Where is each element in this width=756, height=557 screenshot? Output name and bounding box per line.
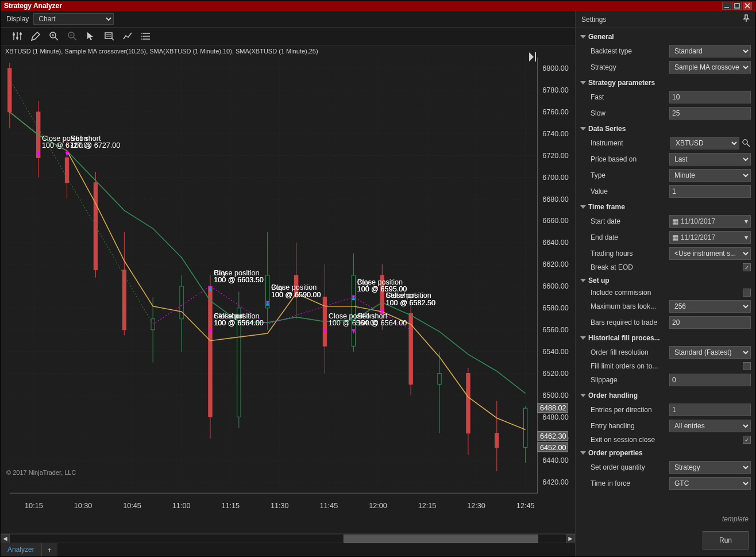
properties-icon[interactable] — [141, 31, 151, 41]
chevron-down-icon — [580, 394, 586, 397]
data-box-icon[interactable] — [104, 31, 114, 41]
search-icon[interactable] — [742, 139, 751, 148]
svg-line-15 — [74, 37, 76, 40]
fill-limit-checkbox[interactable] — [743, 362, 751, 370]
end-date-input[interactable]: ▦11/12/2017▾ — [669, 231, 751, 244]
tab-add-button[interactable]: + — [42, 543, 57, 556]
start-date-label: Start date — [591, 217, 669, 225]
section-strategy-params[interactable]: Strategy parameters — [580, 76, 751, 89]
svg-text:11:15: 11:15 — [221, 502, 240, 510]
svg-text:6580.00: 6580.00 — [542, 304, 569, 312]
cursor-icon[interactable] — [86, 31, 96, 41]
svg-text:6680.00: 6680.00 — [542, 195, 569, 203]
type-select[interactable]: Minute — [669, 169, 751, 182]
svg-text:100 @ 6590.00: 100 @ 6590.00 — [271, 291, 321, 299]
display-label: Display — [6, 15, 29, 23]
chevron-down-icon — [580, 127, 586, 130]
svg-rect-1 — [735, 3, 739, 8]
svg-text:6488.02: 6488.02 — [540, 404, 566, 412]
section-historical[interactable]: Historical fill proces... — [580, 332, 751, 344]
chart-trader-icon[interactable] — [122, 31, 133, 41]
template-link[interactable]: template — [576, 512, 755, 527]
entries-input[interactable] — [669, 404, 751, 416]
exit-session-checkbox[interactable] — [743, 436, 751, 444]
svg-text:6520.00: 6520.00 — [542, 370, 569, 378]
svg-text:6500.00: 6500.00 — [542, 391, 569, 399]
horizontal-scrollbar[interactable]: ◄ ► — [1, 533, 575, 543]
barsreq-input[interactable] — [669, 316, 751, 329]
end-date-label: End date — [591, 233, 669, 241]
break-eod-checkbox[interactable] — [743, 263, 751, 271]
value-input[interactable] — [669, 185, 751, 198]
svg-text:10:45: 10:45 — [123, 502, 141, 510]
tif-label: Time in force — [591, 479, 669, 487]
svg-rect-125 — [495, 433, 499, 448]
calendar-icon: ▦ — [672, 217, 678, 225]
minimize-button[interactable] — [722, 2, 731, 10]
trading-hours-label: Trading hours — [591, 249, 669, 258]
sliders-icon[interactable] — [12, 31, 22, 41]
barsreq-label: Bars required to trade — [591, 318, 669, 326]
fill-limit-label: Fill limit orders on to... — [591, 362, 743, 370]
zoom-in-icon[interactable] — [49, 31, 59, 41]
display-select[interactable]: Chart — [33, 13, 114, 25]
settings-title: Settings — [581, 16, 606, 24]
scroll-thumb[interactable] — [344, 535, 538, 543]
order-qty-select[interactable]: Strategy — [669, 461, 751, 474]
section-order-props[interactable]: Order properties — [580, 447, 751, 459]
strategy-select[interactable]: Sample MA crossover — [669, 61, 751, 74]
price-based-select[interactable]: Last — [669, 153, 751, 166]
svg-rect-17 — [105, 33, 112, 39]
svg-point-8 — [16, 37, 18, 39]
order-qty-label: Set order quantity — [591, 463, 669, 471]
pencil-icon[interactable] — [30, 31, 41, 41]
svg-text:6462.30: 6462.30 — [540, 432, 566, 440]
slippage-input[interactable] — [669, 374, 751, 386]
start-date-input[interactable]: ▦11/10/2017▾ — [669, 215, 751, 228]
section-data-series[interactable]: Data Series — [580, 122, 751, 135]
section-time-frame[interactable]: Time frame — [580, 201, 751, 213]
section-order-handling[interactable]: Order handling — [580, 389, 751, 402]
svg-text:6660.00: 6660.00 — [542, 217, 569, 225]
tab-analyzer[interactable]: Analyzer — [1, 543, 42, 556]
pin-icon[interactable] — [743, 14, 750, 24]
chevron-down-icon — [580, 81, 586, 84]
chart-area[interactable]: XBTUSD (1 Minute), Sample MA crossover(1… — [1, 45, 575, 533]
goto-end-icon[interactable] — [528, 51, 538, 64]
svg-text:12:45: 12:45 — [516, 502, 535, 510]
entry-handling-select[interactable]: All entries — [669, 420, 751, 432]
svg-text:100 @ 6564.00: 100 @ 6564.00 — [357, 319, 407, 327]
chevron-down-icon — [580, 35, 586, 39]
scroll-right-button[interactable]: ► — [566, 534, 575, 543]
maxbars-select[interactable]: 256 — [669, 300, 751, 313]
svg-rect-99 — [122, 270, 126, 330]
svg-text:6440.00: 6440.00 — [542, 456, 569, 464]
backtest-type-select[interactable]: Standard — [669, 45, 751, 57]
svg-text:6700.00: 6700.00 — [542, 174, 569, 182]
trading-hours-select[interactable]: <Use instrument s... — [669, 247, 751, 260]
slow-label: Slow — [591, 109, 669, 117]
maximize-button[interactable] — [732, 2, 742, 10]
svg-text:11:30: 11:30 — [271, 502, 289, 510]
scroll-left-button[interactable]: ◄ — [1, 534, 10, 543]
tif-select[interactable]: GTC — [669, 477, 751, 490]
svg-rect-121 — [438, 374, 441, 385]
close-button[interactable] — [743, 2, 752, 10]
resolution-select[interactable]: Standard (Fastest) — [669, 346, 751, 359]
instrument-select[interactable]: XBTUSD — [670, 137, 739, 149]
slow-input[interactable] — [669, 107, 751, 120]
type-label: Type — [591, 171, 669, 179]
section-general[interactable]: General — [580, 30, 751, 43]
zoom-out-icon[interactable] — [67, 31, 78, 41]
run-button[interactable]: Run — [703, 531, 749, 550]
exit-session-label: Exit on session close — [591, 436, 743, 444]
svg-rect-103 — [180, 286, 183, 319]
slippage-label: Slippage — [591, 376, 669, 384]
svg-text:6760.00: 6760.00 — [542, 108, 569, 116]
value-label: Value — [591, 187, 669, 195]
chart-info-label: XBTUSD (1 Minute), Sample MA crossover(1… — [5, 48, 318, 55]
commission-checkbox[interactable] — [743, 289, 751, 297]
section-setup[interactable]: Set up — [580, 274, 751, 287]
fast-input[interactable] — [669, 91, 751, 103]
svg-text:6740.00: 6740.00 — [542, 130, 569, 138]
